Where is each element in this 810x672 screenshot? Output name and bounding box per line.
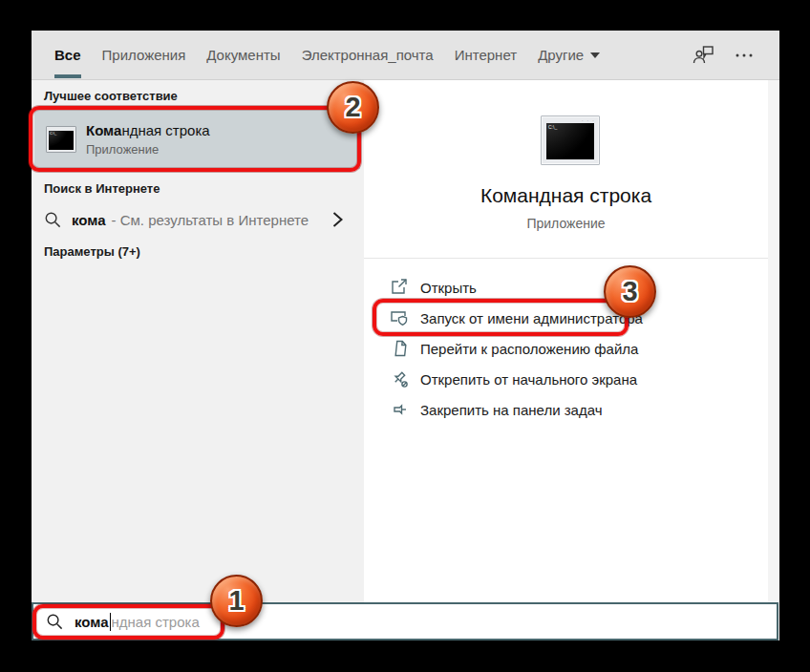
tab-all-label: Все <box>54 47 81 63</box>
annotation-box-best-match <box>29 106 361 172</box>
web-search-header: Поиск в Интернете <box>44 181 160 196</box>
tab-more-label: Другие <box>538 47 584 63</box>
tab-apps[interactable]: Приложения <box>92 31 197 80</box>
search-flyout-screenshot: Все Приложения Документы Электронная_поч… <box>0 0 810 672</box>
tab-documents-label: Документы <box>206 47 280 63</box>
tab-more[interactable]: Другие <box>527 31 610 80</box>
annotation-badge-1: 1 <box>210 575 263 627</box>
chevron-right-icon <box>332 211 343 228</box>
chevron-down-icon <box>590 52 600 58</box>
preview-actions: Открыть Запуск от имени администратора <box>364 272 768 425</box>
best-match-header: Лучшее соответствие <box>44 89 178 103</box>
annotation-badge-3: 3 <box>604 265 656 318</box>
account-feedback-icon[interactable] <box>693 46 714 64</box>
preview-divider <box>364 258 768 259</box>
tab-web-label: Интернет <box>455 47 517 63</box>
pin-icon <box>390 400 409 419</box>
tab-email[interactable]: Электронная_почта <box>291 31 444 80</box>
preview-panel: · · · C:\_ Командная строка Приложение <box>364 80 768 602</box>
search-filter-tabbar: Все Приложения Документы Электронная_поч… <box>32 31 779 80</box>
annotation-box-search-input <box>32 604 224 640</box>
action-pin-to-taskbar[interactable]: Закрепить на панели задач <box>364 394 768 425</box>
tab-documents[interactable]: Документы <box>196 31 290 80</box>
search-icon <box>44 211 62 229</box>
preview-panel-gutter <box>768 80 779 602</box>
open-icon <box>390 278 409 297</box>
action-unpin-from-start[interactable]: Открепить от начального экрана <box>364 364 768 394</box>
settings-header[interactable]: Параметры (7+) <box>44 244 140 259</box>
preview-app-title: Командная строка <box>364 184 768 207</box>
annotation-box-run-as-admin <box>373 299 629 336</box>
tab-apps-label: Приложения <box>102 47 186 63</box>
web-search-hint: - См. результаты в Интернете <box>112 212 309 228</box>
annotation-badge-2: 2 <box>327 81 379 134</box>
web-search-query: кома <box>72 212 106 228</box>
preview-app-subtitle: Приложение <box>364 216 768 231</box>
web-search-suggestion[interactable]: кома - См. результаты в Интернете <box>32 200 364 239</box>
action-open-file-location[interactable]: Перейти к расположению файла <box>364 333 768 364</box>
file-location-icon <box>390 339 409 358</box>
command-prompt-hero-icon: · · · C:\_ <box>541 116 600 165</box>
tab-all[interactable]: Все <box>44 31 92 80</box>
more-options-icon[interactable] <box>735 53 753 57</box>
tab-email-label: Электронная_почта <box>302 47 434 63</box>
tabbar-right-controls <box>693 46 779 64</box>
unpin-icon <box>390 369 409 388</box>
tab-web[interactable]: Интернет <box>444 31 527 80</box>
